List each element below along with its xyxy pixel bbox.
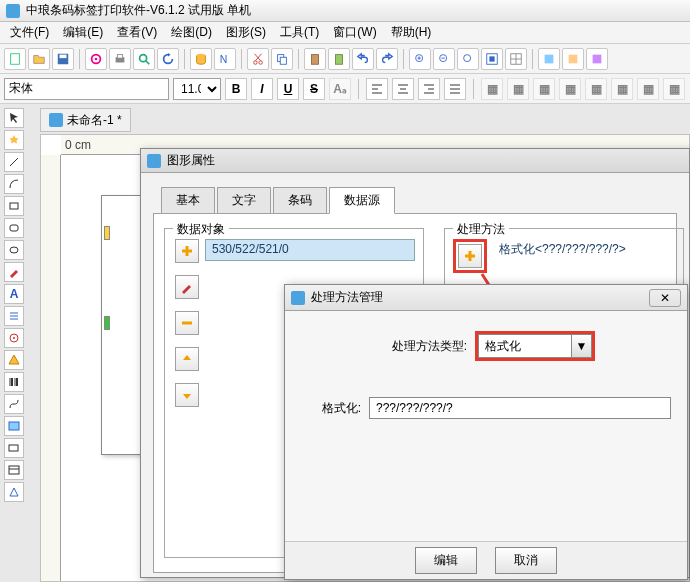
valign2-button[interactable]: ▦ — [507, 78, 529, 100]
tab-basic[interactable]: 基本 — [161, 187, 215, 214]
valign8-button[interactable]: ▦ — [663, 78, 685, 100]
close-button[interactable]: ✕ — [649, 289, 681, 307]
svg-rect-6 — [117, 54, 122, 58]
data-object-item[interactable]: 530/522/521/0 — [205, 239, 415, 261]
align-right-button[interactable] — [418, 78, 440, 100]
add-method-button[interactable] — [458, 244, 482, 268]
valign6-button[interactable]: ▦ — [611, 78, 633, 100]
paste2-button[interactable] — [328, 48, 350, 70]
pointer-tool[interactable] — [4, 108, 24, 128]
db-button[interactable] — [190, 48, 212, 70]
align-just-button[interactable] — [444, 78, 466, 100]
brush-tool[interactable] — [4, 262, 24, 282]
menu-view[interactable]: 查看(V) — [111, 22, 163, 43]
fit-button[interactable] — [481, 48, 503, 70]
menu-window[interactable]: 窗口(W) — [327, 22, 382, 43]
svg-rect-26 — [489, 56, 494, 61]
type-combobox[interactable]: 格式化 ▼ — [478, 334, 592, 358]
italic-button[interactable]: I — [251, 78, 273, 100]
image-tool[interactable] — [4, 416, 24, 436]
separator — [532, 49, 533, 69]
separator — [184, 49, 185, 69]
obj2-button[interactable] — [562, 48, 584, 70]
fontsize-select[interactable]: 11.0 — [173, 78, 221, 100]
small-a-button[interactable]: Aₐ — [329, 78, 351, 100]
new-button[interactable] — [4, 48, 26, 70]
valign5-button[interactable]: ▦ — [585, 78, 607, 100]
valign1-button[interactable]: ▦ — [481, 78, 503, 100]
barcode-tool[interactable] — [4, 372, 24, 392]
star-tool[interactable] — [4, 130, 24, 150]
print-button[interactable] — [109, 48, 131, 70]
zoomout-button[interactable] — [433, 48, 455, 70]
menu-file[interactable]: 文件(F) — [4, 22, 55, 43]
object-handle[interactable] — [104, 226, 110, 240]
menu-draw[interactable]: 绘图(D) — [165, 22, 218, 43]
font-select[interactable] — [4, 78, 169, 100]
rect3-tool[interactable] — [4, 460, 24, 480]
curve-tool[interactable] — [4, 174, 24, 194]
cancel-button[interactable]: 取消 — [495, 547, 557, 574]
object-handle[interactable] — [104, 316, 110, 330]
tab-datasource[interactable]: 数据源 — [329, 187, 395, 214]
movedown-button[interactable] — [175, 383, 199, 407]
target-tool[interactable] — [4, 328, 24, 348]
main-toolbar: N — [0, 44, 690, 74]
undo-button[interactable] — [352, 48, 374, 70]
moveup-button[interactable] — [175, 347, 199, 371]
edit-button[interactable] — [175, 275, 199, 299]
document-tab[interactable]: 未命名-1 * — [40, 108, 131, 132]
dialog-titlebar[interactable]: 图形属性 — [141, 149, 689, 173]
align-left-button[interactable] — [366, 78, 388, 100]
valign7-button[interactable]: ▦ — [637, 78, 659, 100]
obj3-button[interactable] — [586, 48, 608, 70]
roundrect-tool[interactable] — [4, 218, 24, 238]
preview-button[interactable] — [133, 48, 155, 70]
cut-button[interactable] — [247, 48, 269, 70]
dialog-titlebar[interactable]: 处理方法管理 ✕ — [285, 285, 687, 311]
add-button[interactable] — [175, 239, 199, 263]
ellipse-tool[interactable] — [4, 240, 24, 260]
text-tool[interactable]: A — [4, 284, 24, 304]
valign4-button[interactable]: ▦ — [559, 78, 581, 100]
remove-button[interactable] — [175, 311, 199, 335]
rect2-tool[interactable] — [4, 438, 24, 458]
triangle-tool[interactable] — [4, 482, 24, 502]
type-value: 格式化 — [479, 338, 571, 355]
tab-barcode[interactable]: 条码 — [273, 187, 327, 214]
menu-edit[interactable]: 编辑(E) — [57, 22, 109, 43]
zoomin-button[interactable] — [409, 48, 431, 70]
settings-button[interactable] — [85, 48, 107, 70]
menu-shape[interactable]: 图形(S) — [220, 22, 272, 43]
redo-button[interactable] — [376, 48, 398, 70]
line-tool[interactable] — [4, 152, 24, 172]
list-tool[interactable] — [4, 306, 24, 326]
menu-help[interactable]: 帮助(H) — [385, 22, 438, 43]
underline-button[interactable]: U — [277, 78, 299, 100]
align-center-button[interactable] — [392, 78, 414, 100]
process-method-item[interactable]: 格式化<???/???/???/?> — [493, 239, 632, 261]
grid-button[interactable] — [505, 48, 527, 70]
warn-tool[interactable] — [4, 350, 24, 370]
dialog-icon — [147, 154, 161, 168]
save-button[interactable] — [52, 48, 74, 70]
window-title: 中琅条码标签打印软件-V6.1.2 试用版 单机 — [26, 2, 251, 19]
reset-button[interactable] — [157, 48, 179, 70]
bezier-tool[interactable] — [4, 394, 24, 414]
edit-button[interactable]: 编辑 — [415, 547, 477, 574]
format-input[interactable] — [369, 397, 671, 419]
bold-button[interactable]: B — [225, 78, 247, 100]
strike-button[interactable]: S — [303, 78, 325, 100]
tab-text[interactable]: 文字 — [217, 187, 271, 214]
zoom1-button[interactable] — [457, 48, 479, 70]
open-button[interactable] — [28, 48, 50, 70]
seq-button[interactable]: N — [214, 48, 236, 70]
svg-rect-32 — [593, 54, 602, 63]
valign3-button[interactable]: ▦ — [533, 78, 555, 100]
svg-rect-18 — [336, 54, 343, 64]
menu-tool[interactable]: 工具(T) — [274, 22, 325, 43]
copy-button[interactable] — [271, 48, 293, 70]
paste-button[interactable] — [304, 48, 326, 70]
obj1-button[interactable] — [538, 48, 560, 70]
rect-tool[interactable] — [4, 196, 24, 216]
